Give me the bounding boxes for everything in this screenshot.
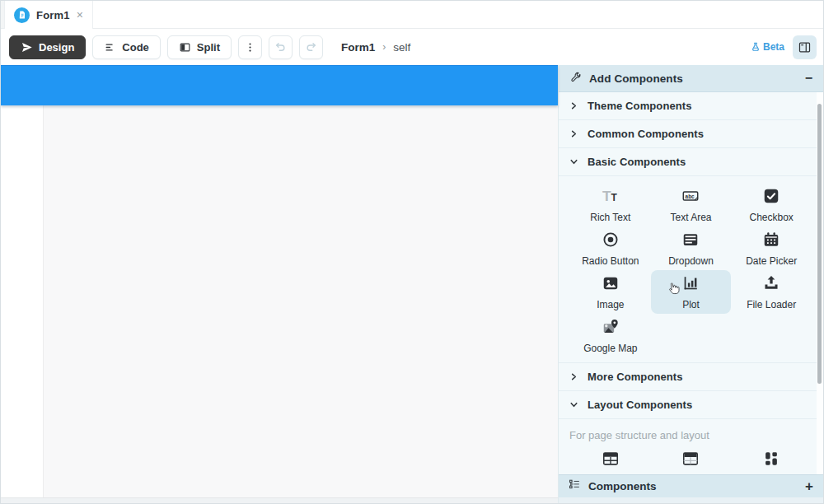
toolbar: Design Code Split Form1 › self Beta	[1, 29, 823, 65]
layout-components-grid: Data Grid Data Row Panel Column Panel	[559, 450, 823, 474]
file-loader-icon	[762, 274, 780, 296]
tab-strip: Form1 ×	[1, 1, 823, 29]
form-file-icon	[14, 7, 30, 23]
scrollbar-thumb[interactable]	[817, 104, 822, 384]
chevron-down-icon	[569, 398, 578, 413]
component-item-plot[interactable]: Plot	[651, 270, 732, 314]
components-footer-title: Components	[588, 480, 798, 492]
section-label: Theme Components	[588, 100, 692, 112]
redo-button[interactable]	[299, 35, 323, 59]
component-label: Rich Text	[590, 212, 630, 223]
section-label: Basic Components	[588, 156, 686, 168]
design-canvas[interactable]	[1, 65, 558, 503]
sidebar-layout-icon	[798, 40, 812, 54]
breadcrumb-separator: ›	[382, 41, 386, 53]
panel-title: Add Components	[589, 72, 798, 85]
component-item-file-loader[interactable]: File Loader	[731, 270, 812, 314]
components-list: Theme Components Common Components Basic…	[559, 92, 823, 474]
component-item-google-map[interactable]: Google Map	[570, 314, 651, 357]
design-button[interactable]: Design	[9, 35, 86, 59]
section-common-components[interactable]: Common Components	[559, 120, 823, 148]
component-tree-icon	[569, 478, 581, 494]
code-icon	[104, 41, 116, 54]
tab-form1[interactable]: Form1 ×	[4, 1, 93, 29]
component-label: Checkbox	[749, 212, 793, 223]
breadcrumb-current[interactable]: self	[393, 41, 410, 54]
split-button-label: Split	[197, 41, 220, 54]
image-icon	[602, 274, 620, 296]
add-components-panel: Add Components − Theme Components Common…	[558, 65, 823, 503]
collapse-panel-icon[interactable]: −	[805, 72, 812, 85]
component-item-dropdown[interactable]: Dropdown	[651, 226, 732, 270]
section-label: Layout Components	[588, 399, 692, 411]
split-button[interactable]: Split	[167, 35, 232, 59]
component-label: Plot	[682, 299, 700, 310]
radio-button-icon	[602, 231, 620, 252]
section-theme-components[interactable]: Theme Components	[559, 92, 823, 120]
svg-text:T: T	[602, 187, 611, 203]
add-components-header[interactable]: Add Components −	[559, 65, 823, 92]
data-row-panel-icon	[681, 450, 700, 471]
svg-text:T: T	[611, 191, 617, 203]
section-layout-components[interactable]: Layout Components	[559, 391, 823, 419]
toggle-panel-button[interactable]	[793, 35, 817, 59]
design-icon	[21, 41, 33, 54]
section-label: Common Components	[588, 128, 704, 140]
tab-close-icon[interactable]: ×	[77, 9, 83, 21]
breadcrumb: Form1 › self	[341, 41, 410, 54]
tab-title: Form1	[36, 9, 70, 21]
undo-button[interactable]	[269, 35, 293, 59]
component-item-column-panel[interactable]: Column Panel	[731, 450, 812, 474]
split-view-icon	[179, 41, 191, 54]
code-button-label: Code	[122, 41, 149, 54]
component-item-data-grid[interactable]: Data Grid	[570, 450, 651, 474]
component-item-rich-text[interactable]: TT Rich Text	[570, 183, 651, 226]
sidebar-bottom-strip	[559, 497, 823, 503]
rich-text-icon: TT	[602, 187, 620, 208]
component-item-radio-button[interactable]: Radio Button	[570, 226, 651, 270]
svg-text:abc: abc	[686, 193, 695, 198]
component-item-checkbox[interactable]: Checkbox	[731, 183, 812, 226]
app-window: Form1 × Design Code Split Form1 › s	[0, 0, 824, 504]
chevron-right-icon	[569, 99, 578, 114]
chevron-down-icon	[569, 155, 578, 170]
component-item-data-row-panel[interactable]: Data Row Panel	[651, 450, 732, 474]
section-label: More Components	[588, 371, 683, 383]
breadcrumb-root[interactable]: Form1	[341, 41, 375, 54]
more-options-button[interactable]	[238, 35, 262, 59]
section-basic-components[interactable]: Basic Components	[559, 148, 823, 176]
code-button[interactable]: Code	[92, 35, 161, 59]
component-label: Image	[597, 299, 624, 310]
flask-icon	[751, 42, 761, 53]
component-label: Text Area	[670, 212, 711, 223]
layout-components-hint: For page structure and layout	[559, 419, 823, 450]
basic-components-grid: TT Rich Text abc Text Area Checkbox Radi…	[559, 176, 823, 363]
components-footer[interactable]: Components +	[559, 474, 823, 497]
chevron-right-icon	[569, 127, 578, 142]
canvas-bottom-strip	[1, 497, 558, 503]
add-component-icon[interactable]: +	[805, 479, 813, 493]
checkbox-icon	[762, 187, 780, 208]
undo-icon	[274, 41, 287, 54]
column-panel-icon	[762, 450, 780, 471]
date-picker-icon	[762, 231, 780, 252]
beta-badge[interactable]: Beta	[751, 41, 784, 53]
component-item-date-picker[interactable]: Date Picker	[731, 226, 812, 270]
beta-label: Beta	[763, 41, 784, 53]
form-page-area[interactable]	[1, 105, 558, 497]
form-app-bar[interactable]	[1, 65, 558, 105]
component-item-text-area[interactable]: abc Text Area	[651, 183, 732, 226]
plot-icon	[681, 274, 700, 296]
component-label: Dropdown	[668, 255, 714, 267]
section-more-components[interactable]: More Components	[559, 363, 823, 391]
chevron-right-icon	[569, 370, 578, 385]
component-label: Radio Button	[582, 255, 639, 267]
sidebar-scrollbar[interactable]	[817, 92, 823, 474]
component-label: Date Picker	[746, 255, 797, 267]
redo-icon	[305, 41, 317, 54]
component-label: Google Map	[583, 343, 637, 354]
text-area-icon: abc	[681, 187, 700, 208]
dropdown-icon	[681, 231, 700, 252]
component-item-image[interactable]: Image	[570, 270, 651, 314]
page-left-gutter	[1, 105, 44, 497]
